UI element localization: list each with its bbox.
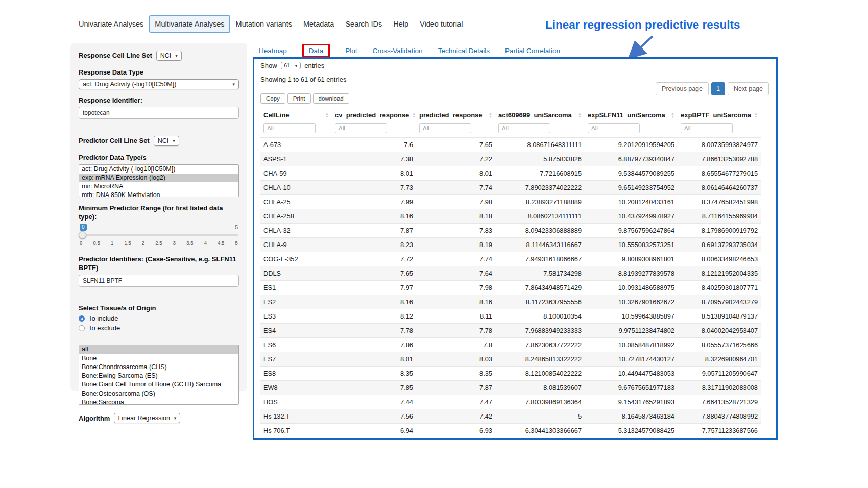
table-row: CHA-598.018.017.72166089159.538445790892… (260, 166, 761, 181)
list-option-exp-mrna-expression-log2[interactable]: exp: mRNA Expression (log2) (79, 174, 238, 182)
tab-data[interactable]: Data (302, 44, 330, 58)
annotation-title: Linear regression predictive results (545, 18, 740, 32)
cell-value: 7.47 (416, 395, 495, 409)
cell-value: 7.94931618066667 (495, 252, 585, 266)
list-option-act-drug-activity-log10-ic50m[interactable]: act: Drug Activity (-log10[IC50M]) (79, 165, 238, 174)
predictor-data-type-label: Predictor Data Type/s (79, 153, 239, 162)
cell-value: 8.01 (332, 166, 416, 181)
table-row: ES17.977.987.8643494857142910.0931486588… (260, 281, 761, 295)
slider-handle[interactable] (79, 231, 86, 239)
table-row: ES88.358.358.1210085402222210.4494475483… (260, 367, 761, 381)
nav-tab-mutation-variants[interactable]: Mutation variants (230, 15, 298, 33)
algorithm-select[interactable]: Linear Regression ▾ (114, 413, 180, 423)
cell-value: 8.16 (416, 295, 495, 309)
column-header-predicted-response[interactable]: predicted_response▲▼ (416, 108, 495, 122)
sort-icon[interactable]: ▲▼ (578, 112, 582, 118)
radio-to-exclude[interactable]: To exclude (79, 324, 239, 332)
column-header-content: expBPTF_uniSarcoma▲▼ (681, 111, 758, 119)
column-label: predicted_response (419, 111, 483, 119)
column-header-expslfn11-unisarcoma[interactable]: expSLFN11_uniSarcoma▲▼ (585, 108, 678, 122)
download-button[interactable]: download (313, 93, 349, 104)
table-header-row: CellLine▲▼cv_predicted_response▲▼predict… (260, 108, 761, 122)
filter-cell (678, 122, 761, 138)
tab-plot[interactable]: Plot (345, 47, 357, 55)
list-option-mir-microrna[interactable]: mir: MicroRNA (79, 182, 238, 191)
chevron-down-icon: ▾ (174, 416, 177, 421)
list-option-bone-sarcoma[interactable]: Bone:Sarcoma (79, 398, 238, 405)
column-header-act609699-unisarcoma[interactable]: act609699_uniSarcoma▲▼ (495, 108, 585, 122)
column-filter-expbptf-unisarcoma[interactable] (681, 123, 733, 133)
entries-count-select[interactable]: 61 ▾ (281, 62, 301, 69)
cell-value: 8.12 (332, 309, 416, 324)
column-header-cellline[interactable]: CellLine▲▼ (260, 108, 332, 122)
list-option-bone-giant-cell-tumor-of-bone-gctb-sarcoma[interactable]: Bone:Giant Cell Tumor of Bone (GCTB) Sar… (79, 380, 238, 389)
cell-value: 7.66413528721329 (678, 395, 761, 409)
list-option-bone[interactable]: Bone (79, 354, 238, 363)
predictor-cell-line-select[interactable]: NCI ▾ (154, 136, 179, 146)
cell-value: 8.35 (416, 367, 495, 381)
cell-value: 8.01 (332, 352, 416, 367)
column-header-expbptf-unisarcoma[interactable]: expBPTF_uniSarcoma▲▼ (678, 108, 761, 122)
cell-value: 8.12100854022222 (495, 367, 585, 381)
next-page-button[interactable]: Next page (728, 82, 769, 95)
list-option-bone-ewing-sarcoma-es[interactable]: Bone:Ewing Sarcoma (ES) (79, 372, 238, 380)
nav-tab-univariate-analyses[interactable]: Univariate Analyses (73, 15, 149, 33)
cell-line-name: ES1 (260, 281, 332, 295)
nav-tab-video-tutorial[interactable]: Video tutorial (414, 15, 468, 33)
sort-icon[interactable]: ▲▼ (754, 112, 758, 118)
sort-icon[interactable]: ▲▼ (412, 112, 416, 118)
list-option-mth-dna-850k-methylation[interactable]: mth: DNA 850K Methylation (79, 191, 238, 197)
column-filter-act609699-unisarcoma[interactable] (498, 123, 550, 133)
cell-line-name: Hs 132.T (260, 409, 332, 424)
tab-heatmap[interactable]: Heatmap (259, 47, 287, 55)
cell-value: 7.89023374022222 (495, 181, 585, 195)
main-tabs: HeatmapDataPlotCross-ValidationTechnical… (259, 44, 560, 58)
table-row: CHLA-107.737.747.890233740222229.6514923… (260, 181, 761, 195)
cell-value: 10.4494475483053 (585, 367, 678, 381)
nav-tab-metadata[interactable]: Metadata (298, 15, 340, 33)
cell-value: 7.8 (416, 338, 495, 352)
column-filter-cellline[interactable] (263, 123, 316, 133)
cell-value: 8.06146464260737 (678, 181, 761, 195)
radio-to-include[interactable]: To include (79, 314, 239, 322)
min-range-slider[interactable]: 0 5 00.511.522.533.544.55 (80, 224, 238, 248)
cell-value: 8.35 (332, 367, 416, 381)
table-row: ASPS-17.387.225.8758338266.8879773934084… (260, 152, 761, 166)
previous-page-button[interactable]: Previous page (656, 82, 709, 95)
cell-value: 7.38 (332, 152, 416, 166)
slider-track[interactable] (80, 234, 238, 236)
tab-partial-correlation[interactable]: Partial Correlation (505, 47, 560, 55)
response-identifier-input[interactable] (79, 107, 239, 119)
filter-cell (495, 122, 585, 138)
cell-value: 8.05557371625666 (678, 338, 761, 352)
copy-button[interactable]: Copy (260, 93, 285, 104)
sort-icon[interactable]: ▲▼ (671, 112, 674, 118)
column-header-cv-predicted-response[interactable]: cv_predicted_response▲▼ (332, 108, 416, 122)
cell-value: 7.65 (332, 266, 416, 281)
tissue-listbox[interactable]: allBoneBone:Chondrosarcoma (CHS)Bone:Ewi… (79, 345, 239, 405)
list-option-bone-chondrosarcoma-chs[interactable]: Bone:Chondrosarcoma (CHS) (79, 363, 238, 372)
cell-value: 7.80339869136364 (495, 395, 585, 409)
predictor-identifiers-input[interactable] (79, 275, 239, 287)
sort-icon[interactable]: ▲▼ (489, 112, 492, 118)
table-row: Hs 132.T7.567.4258.16458734631847.880437… (260, 409, 761, 424)
predictor-data-type-listbox[interactable]: act: Drug Activity (-log10[IC50M])exp: m… (79, 164, 239, 197)
nav-tab-search-ids[interactable]: Search IDs (340, 15, 388, 33)
column-filter-predicted-response[interactable] (419, 123, 471, 133)
cell-line-name: CHA-59 (260, 166, 332, 181)
sort-icon[interactable]: ▲▼ (325, 112, 329, 118)
list-option-all[interactable]: all (79, 345, 238, 354)
tab-cross-validation[interactable]: Cross-Validation (373, 47, 423, 55)
print-button[interactable]: Print (287, 93, 311, 104)
radio-include-label: To include (88, 314, 118, 322)
column-filter-expslfn11-unisarcoma[interactable] (588, 123, 640, 133)
list-option-bone-osteosarcoma-os[interactable]: Bone:Osteosarcoma (OS) (79, 389, 238, 398)
response-data-type-select[interactable]: act: Drug Activity (-log10[IC50M]) ▾ (79, 79, 239, 89)
tab-technical-details[interactable]: Technical Details (438, 47, 490, 55)
response-cell-line-select[interactable]: NCI ▾ (156, 51, 182, 61)
nav-tab-help[interactable]: Help (388, 15, 414, 33)
nav-tab-multivariate-analyses[interactable]: Multivariate Analyses (149, 15, 230, 33)
column-filter-cv-predicted-response[interactable] (335, 123, 387, 133)
cell-value: 7.581734298 (495, 266, 585, 281)
current-page-button[interactable]: 1 (711, 82, 725, 95)
